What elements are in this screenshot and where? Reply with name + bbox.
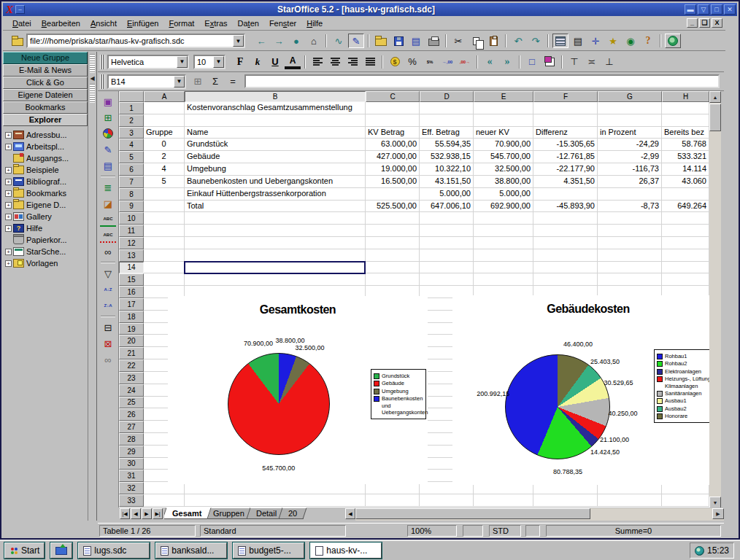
task-budget5[interactable]: budget5-... [233,542,304,559]
row-header-1[interactable]: 1 [119,102,144,114]
cell-G2[interactable] [598,114,662,127]
cell-F3[interactable]: Differenz [533,127,598,139]
doc-restore-button[interactable]: ❏ [699,18,710,28]
draw-functions-icon[interactable]: ✎ [100,142,116,157]
cell-F2[interactable] [533,114,598,127]
cell-H1[interactable] [662,102,709,114]
cell-F4[interactable]: -15.305,65 [533,139,598,151]
cell-C1[interactable] [366,102,420,114]
cell-B33[interactable] [185,494,366,507]
cell-A12[interactable] [144,237,185,249]
cell-D12[interactable] [420,237,474,249]
cell-E12[interactable] [474,237,533,249]
cell-cursor[interactable] [184,261,366,275]
cell-A4[interactable]: 0 [144,139,185,151]
cell-C15[interactable] [366,273,420,286]
row-header-18[interactable]: 18 [119,311,144,323]
chart-gebäudekosten[interactable]: Gebäudekosten46.400,0025.403,5030.529,65… [452,295,709,485]
cell-H13[interactable] [662,249,709,262]
navigator-icon[interactable] [552,34,569,48]
cell-E10[interactable] [474,212,533,225]
cell-B5[interactable]: Gebäude [185,151,366,163]
cell-E9[interactable]: 692.900,00 [474,201,533,213]
column-header-D[interactable]: D [420,91,474,102]
cell-G8[interactable] [598,188,662,201]
sheet-tab-gesamt[interactable]: Gesamt [164,508,212,519]
next-sheet-icon[interactable]: ▶ [142,508,152,519]
sidebar-group-bookmarks[interactable]: Bookmarks [3,101,88,114]
task-hauskv[interactable]: haus-kv-... [310,542,382,559]
cell-G5[interactable]: -2,99 [598,151,662,163]
column-header-F[interactable]: F [533,91,598,102]
shade-button[interactable]: ▽ [698,4,709,15]
expand-icon[interactable]: + [5,144,12,150]
cell-H2[interactable] [662,114,709,127]
sidebar-item-arbeitspl[interactable]: +Arbeitspl... [5,141,88,152]
sidebar-item-bibliograf[interactable]: +Bibliograf... [5,176,88,187]
minimize-button[interactable]: ▬ [685,4,696,15]
align-bottom-button[interactable]: ⊥ [601,55,617,69]
cell-B3[interactable]: Name [185,127,366,139]
doc-minimize-button[interactable]: _ [687,18,698,28]
print-icon[interactable] [425,34,442,48]
cell-C13[interactable] [366,249,420,262]
sidebar-item-gallery[interactable]: +Gallery [5,211,88,222]
cell-H3[interactable]: Bereits bez [662,127,709,139]
cell-B10[interactable] [185,212,366,225]
cell-G13[interactable] [598,249,662,262]
cell-F1[interactable] [533,102,598,114]
document-icon[interactable]: ▤ [408,34,424,48]
cell-C14[interactable] [366,262,420,274]
cell-E8[interactable]: 5.000,00 [474,188,533,201]
expand-icon[interactable]: + [5,202,12,209]
row-header-27[interactable]: 27 [119,421,144,433]
cell-F11[interactable] [533,225,598,237]
save-icon[interactable] [390,34,406,48]
undo-icon[interactable]: ↶ [510,34,526,48]
cell-D13[interactable] [420,249,474,262]
cell-D9[interactable]: 647.006,10 [420,201,474,213]
cell-F6[interactable]: -22.177,90 [533,163,598,176]
sidebar-item-vorlagen[interactable]: +Vorlagen [5,257,88,269]
cell-reference-box[interactable]: B14 ▼ [107,74,186,89]
hyperlink-icon[interactable]: ∞ [100,352,116,367]
column-header-H[interactable]: H [662,91,709,102]
row-header-3[interactable]: 3 [119,127,144,139]
url-dropdown-arrow[interactable]: ▼ [233,35,244,47]
cell-H10[interactable] [662,212,709,225]
cell-A3[interactable]: Gruppe [144,127,185,139]
increase-indent-button[interactable]: » [499,55,515,69]
maximize-button[interactable]: □ [711,4,722,15]
cell-A6[interactable]: 4 [144,163,185,176]
cell-B13[interactable] [185,249,366,262]
cell-E2[interactable] [474,114,533,127]
row-header-26[interactable]: 26 [119,408,144,421]
cell-F12[interactable] [533,237,598,249]
expand-icon[interactable]: + [5,132,12,139]
forward-icon[interactable]: → [271,34,287,48]
expand-icon[interactable]: + [5,260,12,267]
row-header-33[interactable]: 33 [119,494,144,507]
cell-C11[interactable] [366,225,420,237]
tab-scroll-left-icon[interactable]: ◀ [345,508,355,519]
cell-D2[interactable] [420,114,474,127]
menu-fenster[interactable]: Fenster [264,18,301,29]
cell-E15[interactable] [474,273,533,286]
cell-H33[interactable] [662,494,709,507]
row-header-13[interactable]: 13 [119,249,144,262]
cell-G7[interactable]: 26,37 [598,176,662,188]
row-header-20[interactable]: 20 [119,335,144,347]
column-header-A[interactable]: A [144,91,185,102]
menu-datei[interactable]: Datei [7,18,36,29]
cell-F8[interactable] [533,188,598,201]
cell-G12[interactable] [598,237,662,249]
last-sheet-icon[interactable]: ▶| [153,508,163,519]
navigation-icon[interactable]: ✛ [587,34,604,48]
cell-F15[interactable] [533,273,598,286]
expand-icon[interactable]: + [5,214,12,220]
column-header-B[interactable]: B [185,91,366,102]
align-center-button[interactable] [327,55,343,69]
row-header-19[interactable]: 19 [119,323,144,335]
show-desktop-button[interactable] [50,542,72,559]
cell-C6[interactable]: 19.000,00 [366,163,420,176]
